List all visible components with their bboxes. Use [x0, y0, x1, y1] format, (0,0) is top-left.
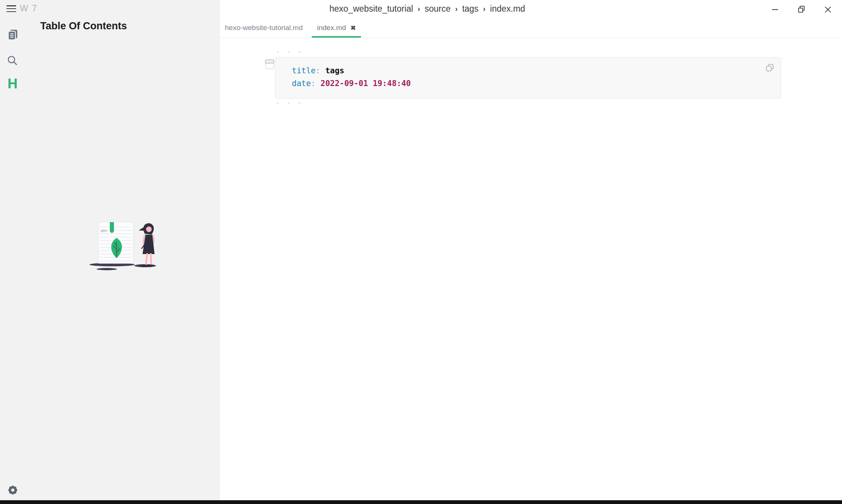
close-icon: [824, 6, 832, 14]
chevron-right-icon: ›: [455, 5, 458, 13]
yaml-value: tags: [325, 66, 344, 75]
code-line: date:2022-09-01 19:48:40: [292, 77, 758, 90]
yaml-key: date: [292, 79, 311, 88]
breadcrumb-item[interactable]: source: [425, 4, 451, 14]
frontmatter-open-marker: - - -: [276, 47, 303, 56]
copy-icon[interactable]: [765, 63, 775, 74]
yaml-key: title: [292, 66, 316, 75]
tab-index-md[interactable]: index.md ✖: [312, 18, 361, 38]
background-taskbar-edge: [0, 500, 842, 504]
empty-toc-illustration: abc: [88, 219, 159, 274]
tab-label: hexo-website-tutorial.md: [225, 24, 303, 32]
tab-label: index.md: [317, 24, 346, 32]
yaml-colon: :: [316, 66, 320, 75]
restore-icon: [797, 5, 806, 14]
sidebar-title: Table Of Contents: [40, 20, 127, 32]
app-window: W 7 Table Of Contents H: [0, 0, 842, 504]
settings-gear-icon[interactable]: [7, 484, 18, 497]
yaml-value: 2022-09-01 19:48:40: [320, 79, 411, 88]
restore-button[interactable]: [793, 3, 810, 16]
minimize-icon: [771, 6, 779, 13]
workspace-label: W 7: [20, 3, 38, 14]
frontmatter-close-marker: - - -: [276, 98, 303, 107]
chevron-right-icon: ›: [417, 5, 420, 13]
title-bar: hexo_website_tutorial›source›tags›index.…: [220, 0, 842, 18]
chevron-right-icon: ›: [483, 5, 485, 13]
main-area: hexo_website_tutorial›source›tags›index.…: [220, 0, 842, 504]
editor-content[interactable]: - - - title:tags date:2022-09-01 19:48:4…: [220, 38, 842, 500]
breadcrumb-item[interactable]: hexo_website_tutorial: [329, 4, 413, 14]
tab-close-icon[interactable]: ✖: [350, 24, 356, 32]
menu-icon[interactable]: [6, 5, 16, 12]
tab-hexo-website-tutorial-md[interactable]: hexo-website-tutorial.md: [220, 18, 312, 38]
documents-icon[interactable]: [7, 29, 19, 42]
svg-text:abc: abc: [100, 229, 108, 233]
sidebar: W 7 Table Of Contents H: [0, 0, 220, 504]
window-controls: [767, 3, 836, 16]
code-line: title:tags: [292, 64, 758, 77]
close-button[interactable]: [819, 3, 836, 16]
breadcrumb-item[interactable]: tags: [462, 4, 478, 14]
yaml-colon: :: [311, 79, 316, 88]
frontmatter-block[interactable]: title:tags date:2022-09-01 19:48:40: [275, 57, 781, 98]
minimize-button[interactable]: [767, 3, 783, 16]
tab-bar: hexo-website-tutorial.md index.md ✖: [220, 18, 842, 38]
breadcrumb-item[interactable]: index.md: [490, 4, 525, 14]
heading-logo-icon[interactable]: H: [8, 77, 18, 91]
frontmatter-icon: [265, 59, 275, 71]
breadcrumb: hexo_website_tutorial›source›tags›index.…: [329, 4, 525, 14]
search-icon[interactable]: [7, 55, 18, 68]
